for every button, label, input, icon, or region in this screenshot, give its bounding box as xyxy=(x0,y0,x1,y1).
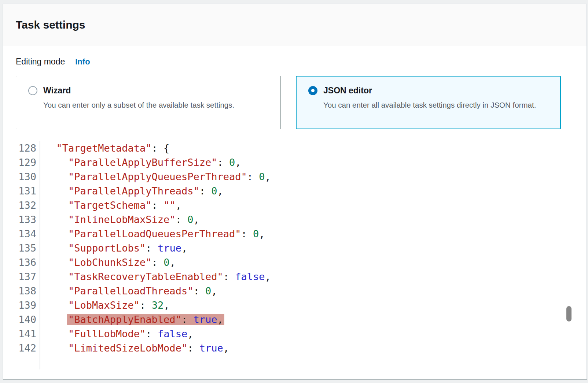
json-editor-option-tile[interactable]: JSON editor You can enter all available … xyxy=(296,76,561,129)
line-number: 129 xyxy=(3,155,36,170)
line-number: 139 xyxy=(3,298,36,312)
code-line[interactable]: "FullLobMode": false, xyxy=(44,327,271,341)
line-number: 135 xyxy=(3,241,36,255)
code-line[interactable]: "TaskRecoveryTableEnabled": false, xyxy=(44,269,271,284)
line-number: 131 xyxy=(3,184,36,198)
json-editor-tile-text: JSON editor You can enter all available … xyxy=(323,85,536,111)
code-line[interactable]: "BatchApplyEnabled": true, xyxy=(44,312,271,327)
line-number: 128 xyxy=(3,141,36,155)
info-link[interactable]: Info xyxy=(75,57,90,66)
task-settings-panel: Task settings Editing modeInfo Wizard Yo… xyxy=(3,4,587,379)
wizard-radio-button[interactable] xyxy=(28,86,37,95)
code-line[interactable]: "TargetMetadata": { xyxy=(44,141,271,155)
wizard-option-title: Wizard xyxy=(43,85,234,96)
json-editor-option-description: You can enter all available task setting… xyxy=(323,99,536,111)
code-line[interactable]: "ParallelLoadQueuesPerThread": 0, xyxy=(44,227,271,241)
panel-title: Task settings xyxy=(16,19,85,31)
line-number: 130 xyxy=(3,170,36,184)
editor-code[interactable]: "TargetMetadata": { "ParallelApplyBuffer… xyxy=(40,141,271,369)
code-line[interactable]: "SupportLobs": true, xyxy=(44,241,271,255)
line-number: 137 xyxy=(3,269,36,284)
line-number xyxy=(3,355,36,369)
line-number: 132 xyxy=(3,198,36,212)
code-line[interactable]: "LobChunkSize": 0, xyxy=(44,255,271,269)
panel-body: Editing modeInfo Wizard You can enter on… xyxy=(3,46,587,129)
code-line[interactable]: "ParallelLoadThreads": 0, xyxy=(44,284,271,298)
code-line[interactable]: "InlineLobMaxSize": 0, xyxy=(44,212,271,227)
line-number: 138 xyxy=(3,284,36,298)
line-number: 133 xyxy=(3,212,36,227)
code-line[interactable]: "LobMaxSize": 32, xyxy=(44,298,271,312)
json-code-editor[interactable]: 1281291301311321331341351361371381391401… xyxy=(3,141,587,369)
line-number: 140 xyxy=(3,312,36,327)
json-editor-radio-button[interactable] xyxy=(308,86,317,95)
line-number: 134 xyxy=(3,227,36,241)
editing-mode-label: Editing mode xyxy=(16,57,65,66)
panel-header: Task settings xyxy=(3,4,587,46)
editing-mode-tiles: Wizard You can enter only a subset of th… xyxy=(16,76,574,129)
code-line[interactable]: "TargetSchema": "", xyxy=(44,198,271,212)
editing-mode-row: Editing modeInfo xyxy=(16,56,574,68)
scrollbar-thumb[interactable] xyxy=(566,306,572,321)
json-editor-option-title: JSON editor xyxy=(323,85,536,96)
wizard-option-description: You can enter only a subset of the avail… xyxy=(43,99,234,111)
wizard-tile-text: Wizard You can enter only a subset of th… xyxy=(43,85,234,111)
code-line[interactable] xyxy=(44,355,271,369)
editor-gutter: 1281291301311321331341351361371381391401… xyxy=(3,141,40,369)
line-number: 142 xyxy=(3,341,36,355)
code-line[interactable]: "ParallelApplyQueuesPerThread": 0, xyxy=(44,170,271,184)
wizard-option-tile[interactable]: Wizard You can enter only a subset of th… xyxy=(16,76,281,129)
code-line[interactable]: "LimitedSizeLobMode": true, xyxy=(44,341,271,355)
line-number: 141 xyxy=(3,327,36,341)
code-line[interactable]: "ParallelApplyBufferSize": 0, xyxy=(44,155,271,170)
line-number: 136 xyxy=(3,255,36,269)
code-line[interactable]: "ParallelApplyThreads": 0, xyxy=(44,184,271,198)
